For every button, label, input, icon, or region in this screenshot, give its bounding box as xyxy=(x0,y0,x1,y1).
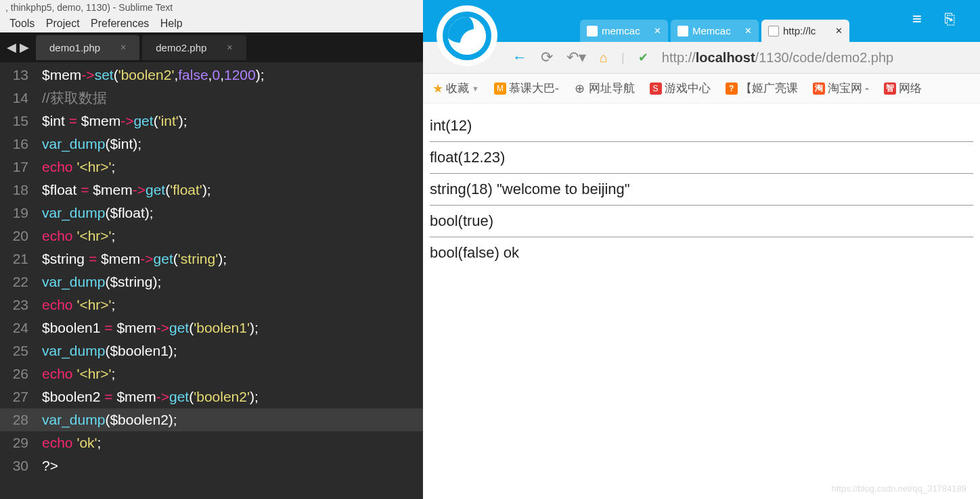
editor-tab-0[interactable]: demo1.php× xyxy=(36,35,139,60)
hr-separator xyxy=(430,141,973,142)
star-icon: ★ xyxy=(432,81,443,96)
close-icon[interactable]: × xyxy=(227,42,232,53)
bookmark-label: 网络 xyxy=(899,80,922,96)
window-title: , thinkphp5, demo, 1130) - Sublime Text xyxy=(0,0,423,15)
sublime-text-window: , thinkphp5, demo, 1130) - Sublime Text … xyxy=(0,0,423,499)
line-gutter: 131415161718192021222324252627282930 xyxy=(0,62,37,499)
output-line-2: string(18) "welcome to beijing" xyxy=(430,176,973,202)
menu-preferences[interactable]: Preferences xyxy=(91,18,149,29)
bookmark-label: 【姬广亮课 xyxy=(740,80,798,96)
bookmark-label: 淘宝网 - xyxy=(828,80,869,96)
menu-project[interactable]: Project xyxy=(46,18,80,29)
editor-tab-1[interactable]: demo2.php× xyxy=(142,35,246,60)
shield-icon[interactable]: ✔ xyxy=(638,50,648,65)
page-icon xyxy=(587,26,598,37)
back-icon[interactable]: ← xyxy=(512,49,527,66)
output-line-1: float(12.23) xyxy=(430,145,973,170)
hr-separator xyxy=(430,205,973,206)
browser-tabs: memcac✕Memcac✕http://lc✕ xyxy=(580,20,852,42)
browser-titlebar: memcac✕Memcac✕http://lc✕ ≡ ⎘ xyxy=(423,0,980,42)
close-icon[interactable]: ✕ xyxy=(835,26,843,36)
pin-icon[interactable]: ⎘ xyxy=(945,9,954,28)
browser-tab-0[interactable]: memcac✕ xyxy=(580,20,668,42)
tab-label: Memcac xyxy=(692,25,731,37)
bookmark-3[interactable]: ?【姬广亮课 xyxy=(726,80,798,96)
tab-label: http://lc xyxy=(783,25,816,37)
code-editor[interactable]: 131415161718192021222324252627282930 $me… xyxy=(0,62,423,499)
tab-label: demo2.php xyxy=(156,42,206,53)
watermark: https://blog.csdn.net/qq_31784189 xyxy=(832,483,967,494)
favorites-label: 收藏 xyxy=(446,80,469,96)
separator: | xyxy=(621,51,625,65)
tab-nav-arrows[interactable]: ◀ ▶ xyxy=(0,40,36,55)
menu-help[interactable]: Help xyxy=(160,18,183,29)
close-icon[interactable]: ✕ xyxy=(654,26,661,36)
tab-label: memcac xyxy=(602,25,640,37)
output-line-4: bool(false) ok xyxy=(430,240,973,266)
bookmark-icon: ? xyxy=(726,82,738,95)
reload-icon[interactable]: ⟳ xyxy=(541,49,553,66)
bookmark-label: 游戏中心 xyxy=(665,80,711,96)
bookmark-icon: S xyxy=(650,82,662,95)
hamburger-icon[interactable]: ≡ xyxy=(912,9,922,28)
browser-logo xyxy=(437,5,497,66)
bookmark-1[interactable]: ⊕网址导航 xyxy=(574,80,635,96)
menu-tools[interactable]: Tools xyxy=(9,18,35,29)
hr-separator xyxy=(430,173,973,174)
output-line-0: int(12) xyxy=(430,113,973,139)
bookmark-5[interactable]: 智网络 xyxy=(884,80,922,96)
close-icon[interactable]: × xyxy=(120,42,126,53)
browser-tab-2[interactable]: http://lc✕ xyxy=(761,20,849,42)
bookmark-icon: ⊕ xyxy=(574,82,586,95)
url-input[interactable]: http://localhost/1130/code/demo2.php xyxy=(662,50,971,66)
home-icon[interactable]: ⌂ xyxy=(600,50,608,66)
bookmark-4[interactable]: 淘淘宝网 - xyxy=(813,80,869,96)
browser-window: memcac✕Memcac✕http://lc✕ ≡ ⎘ ← ⟳ ↶▾ ⌂ | … xyxy=(423,0,980,499)
bookmark-2[interactable]: S游戏中心 xyxy=(650,80,711,96)
hr-separator xyxy=(430,237,973,237)
tab-label: demo1.php xyxy=(49,42,100,53)
output-line-3: bool(true) xyxy=(430,208,973,234)
undo-icon[interactable]: ↶▾ xyxy=(566,49,586,66)
page-icon xyxy=(768,26,779,37)
bookmark-0[interactable]: M慕课大巴- xyxy=(494,80,559,96)
editor-tab-row: ◀ ▶ demo1.php×demo2.php× xyxy=(0,32,423,62)
bookmarks-bar: ★ 收藏 ▼ M慕课大巴-⊕网址导航S游戏中心?【姬广亮课淘淘宝网 -智网络 xyxy=(423,74,980,103)
close-icon[interactable]: ✕ xyxy=(744,26,752,36)
bookmark-label: 网址导航 xyxy=(589,80,635,96)
page-content: int(12)float(12.23)string(18) "welcome t… xyxy=(423,103,980,499)
code-area[interactable]: $mem->set('boolen2',false,0,1200);//获取数据… xyxy=(37,62,423,499)
favorites-button[interactable]: ★ 收藏 ▼ xyxy=(432,80,479,96)
browser-tab-1[interactable]: Memcac✕ xyxy=(671,20,759,42)
address-bar: ← ⟳ ↶▾ ⌂ | ✔ http://localhost/1130/code/… xyxy=(423,42,980,74)
bookmark-icon: 淘 xyxy=(813,82,825,95)
page-icon xyxy=(677,26,688,37)
bookmark-label: 慕课大巴- xyxy=(509,80,559,96)
bookmark-icon: M xyxy=(494,82,506,95)
menu-bar: Tools Project Preferences Help xyxy=(0,15,423,32)
bookmark-icon: 智 xyxy=(884,82,896,95)
chevron-down-icon: ▼ xyxy=(472,85,479,93)
